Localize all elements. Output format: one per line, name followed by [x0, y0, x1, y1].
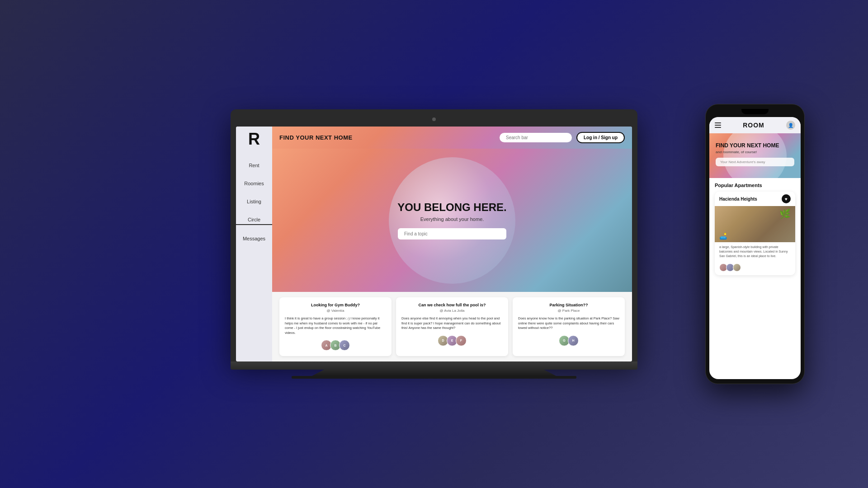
- phone-notch: [741, 109, 769, 114]
- hamburger-icon[interactable]: [715, 122, 721, 128]
- card-parking: Parking Situation?? @ Park Place Does an…: [513, 297, 625, 356]
- sidebar-item-listing[interactable]: Listing: [236, 197, 272, 206]
- card-title-pool: Can we check how full the pool is?: [401, 303, 503, 307]
- sidebar: R Rent Roomies Listing: [236, 127, 272, 361]
- phone-apt-description: a large, Spanish-style building with pri…: [715, 242, 795, 262]
- plant-icon: 🌿: [779, 208, 791, 219]
- laptop-base: [231, 361, 637, 370]
- avatar-3: C: [339, 340, 350, 351]
- card-gym-buddy: Looking for Gym Buddy? @ Valentía I thin…: [279, 297, 392, 356]
- phone-apt-name: Hacienda Heights: [719, 197, 757, 202]
- site-header: FIND YOUR NEXT HOME Log in / Sign up: [272, 127, 632, 149]
- phone-logo: ROOM: [743, 122, 764, 129]
- card-avatars-parking: G H: [518, 335, 619, 346]
- main-content: FIND YOUR NEXT HOME Log in / Sign up YOU…: [272, 127, 632, 361]
- user-icon[interactable]: 👤: [786, 121, 795, 130]
- phone-apt-avatars: [715, 262, 795, 275]
- phone-hero: FIND YOUR NEXT HOME and roommate, of cou…: [709, 133, 801, 178]
- avatar-8: H: [568, 335, 579, 346]
- card-avatars-gym: A B C: [285, 340, 386, 351]
- sidebar-item-roomies[interactable]: Roomies: [236, 179, 272, 188]
- phone-popular-title: Popular Apartments: [715, 183, 795, 188]
- site-header-title: FIND YOUR NEXT HOME: [279, 134, 353, 141]
- laptop-camera-bar: [236, 115, 632, 123]
- card-title-parking: Parking Situation??: [518, 303, 619, 307]
- hero-heading: YOU BELONG HERE.: [397, 201, 506, 214]
- laptop-camera: [432, 117, 436, 121]
- card-location-gym: @ Valentía: [285, 309, 386, 313]
- laptop-screen: R Rent Roomies Listing: [236, 127, 632, 361]
- find-topic-input[interactable]: [398, 228, 506, 239]
- sidebar-nav: Rent Roomies Listing Circle: [236, 161, 272, 243]
- card-location-pool: @ Avia La Jolla: [401, 309, 503, 313]
- sidebar-logo: R: [248, 131, 260, 147]
- website: R Rent Roomies Listing: [236, 127, 632, 361]
- phone-notch-bar: [709, 109, 801, 114]
- login-button[interactable]: Log in / Sign up: [576, 132, 625, 143]
- sidebar-item-messages[interactable]: Messages: [236, 234, 272, 243]
- phone-nav: ROOM 👤: [709, 117, 801, 133]
- card-text-pool: Does anyone else find it annoying when y…: [401, 316, 503, 331]
- phone-apt-header: Hacienda Heights ♥: [715, 192, 795, 206]
- sidebar-item-rent[interactable]: Rent: [236, 161, 272, 170]
- phone-search-box[interactable]: Your Next Adventure's away: [716, 158, 794, 166]
- sidebar-item-circle[interactable]: Circle: [236, 215, 272, 225]
- card-text-gym: I think it is great to have a group sess…: [285, 316, 386, 335]
- phone-popular: Popular Apartments Hacienda Heights ♥ 🌿 …: [709, 178, 801, 280]
- laptop-body: R Rent Roomies Listing: [231, 109, 637, 361]
- scene: R Rent Roomies Listing: [27, 27, 841, 461]
- phone-outer: ROOM 👤 FIND YOUR NEXT HOME and roommate,…: [705, 104, 805, 384]
- phone-heart-icon[interactable]: ♥: [782, 194, 791, 203]
- laptop-stand: [312, 370, 556, 376]
- search-input[interactable]: [500, 133, 572, 142]
- card-text-parking: Does anyone know how is the parking situ…: [518, 316, 619, 331]
- phone: ROOM 👤 FIND YOUR NEXT HOME and roommate,…: [705, 104, 805, 384]
- phone-avatar-3: [733, 263, 741, 272]
- hero-section: YOU BELONG HERE. Everything about your h…: [272, 149, 632, 292]
- furniture-icon: 🛋️: [719, 233, 727, 240]
- card-location-parking: @ Park Place: [518, 309, 619, 313]
- phone-hero-orb: [723, 133, 787, 178]
- card-title-gym: Looking for Gym Buddy?: [285, 303, 386, 307]
- avatar-6: F: [456, 335, 467, 346]
- laptop-foot: [292, 376, 576, 379]
- messages-section: Looking for Gym Buddy? @ Valentía I thin…: [272, 292, 632, 361]
- phone-apt-image: 🌿 🛋️: [715, 206, 795, 242]
- phone-screen: ROOM 👤 FIND YOUR NEXT HOME and roommate,…: [709, 117, 801, 379]
- phone-apt-card: Hacienda Heights ♥ 🌿 🛋️ a large, Spanish…: [715, 192, 795, 275]
- phone-hero-title: FIND YOUR NEXT HOME: [716, 142, 794, 149]
- phone-hero-subtitle: and roommate, of course!: [716, 150, 794, 154]
- card-pool: Can we check how full the pool is? @ Avi…: [396, 297, 508, 356]
- cards-row: Looking for Gym Buddy? @ Valentía I thin…: [279, 297, 625, 356]
- header-right: Log in / Sign up: [500, 132, 625, 143]
- laptop: R Rent Roomies Listing: [231, 109, 637, 379]
- card-avatars-pool: D E F: [401, 335, 503, 346]
- hero-subheading: Everything about your home.: [420, 216, 484, 222]
